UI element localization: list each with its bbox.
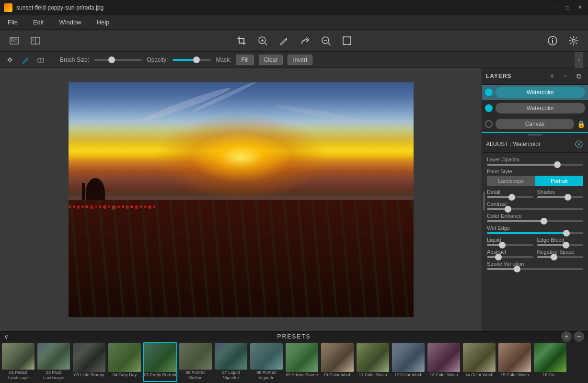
brush-size-slider[interactable] xyxy=(94,59,142,61)
preset-10[interactable]: 10 Color Wash xyxy=(320,342,355,382)
invert-button[interactable]: Invert xyxy=(288,55,312,65)
preset-04[interactable]: 04 Grey Day xyxy=(107,342,142,382)
zoom-in-button[interactable] xyxy=(254,32,271,49)
right-panel: LAYERS + − ⧉ Watercolor Watercolor Canva… xyxy=(482,68,588,331)
edge-bleed-slider[interactable] xyxy=(537,244,584,246)
settings-button[interactable] xyxy=(565,32,582,49)
layer-item-watercolor-1[interactable]: Watercolor xyxy=(482,85,588,101)
preset-02[interactable]: 02 FluidLandscape xyxy=(36,342,71,382)
preset-14[interactable]: 14 Color Wash xyxy=(462,342,496,382)
close-button[interactable]: ✕ xyxy=(576,3,584,12)
liquid-slider[interactable] xyxy=(487,244,533,246)
negative-space-control: Negative Space xyxy=(537,249,584,258)
layer-name-watercolor-2[interactable]: Watercolor xyxy=(496,103,585,113)
stroke-variation-slider[interactable] xyxy=(487,268,583,270)
contrast-slider[interactable] xyxy=(487,208,583,210)
preset-07[interactable]: 07 LiquidVignette xyxy=(214,342,248,382)
preset-08[interactable]: 08 PortraitVignette xyxy=(249,342,284,382)
zoom-out-button[interactable] xyxy=(317,32,334,49)
detail-control: Detail xyxy=(487,189,533,198)
preset-14-label: 14 Color Wash xyxy=(465,372,493,378)
layer-opacity-control: Layer Opacity xyxy=(487,157,583,166)
preset-11[interactable]: 11 Color Wash xyxy=(356,342,390,382)
fill-button[interactable]: Fill xyxy=(236,55,254,65)
brush-button[interactable] xyxy=(275,32,292,49)
contrast-control: Contrast xyxy=(487,201,583,210)
preset-03[interactable]: 03 Little Stormy xyxy=(72,342,106,382)
preset-05-thumb xyxy=(144,343,176,372)
fit-screen-button[interactable] xyxy=(338,32,356,49)
adjust-content: Layer Opacity Paint Style Landscape Port… xyxy=(482,153,588,331)
presets-list: 01 FadedLandscape 02 FluidLandscape 03 L… xyxy=(0,341,588,383)
preset-03-thumb xyxy=(73,343,105,372)
crop-button[interactable] xyxy=(233,32,250,49)
erase-icon[interactable] xyxy=(35,55,46,65)
app-icon xyxy=(4,3,12,12)
preset-11-label: 11 Color Wash xyxy=(358,372,387,378)
maximize-button[interactable]: □ xyxy=(563,3,572,12)
duplicate-layer-button[interactable]: ⧉ xyxy=(574,71,584,81)
add-preset-button[interactable]: + xyxy=(561,331,572,342)
abstract-control: Abstract xyxy=(487,249,533,258)
clear-button[interactable]: Clear xyxy=(259,55,283,65)
preset-14-thumb xyxy=(463,343,496,372)
main-toolbar xyxy=(0,30,588,52)
layer-opacity-slider[interactable] xyxy=(487,164,583,166)
adjust-options-icon[interactable] xyxy=(574,139,584,149)
preset-05[interactable]: 05 Pretty Portrait xyxy=(143,342,177,382)
svg-point-18 xyxy=(572,39,575,42)
compare-button[interactable] xyxy=(27,32,44,49)
layer-item-canvas[interactable]: Canvas 🔒 xyxy=(482,116,588,132)
remove-preset-button[interactable]: − xyxy=(574,331,584,342)
preset-09[interactable]: 09 Artistic Scene xyxy=(285,342,319,382)
add-layer-button[interactable]: + xyxy=(547,71,557,81)
wet-edge-slider[interactable] xyxy=(487,232,583,234)
panel-collapse-arrow[interactable]: › xyxy=(575,52,583,68)
preset-08-label: 08 PortraitVignette xyxy=(256,370,277,381)
color-enhance-slider[interactable] xyxy=(487,220,583,222)
wet-edge-control: Wet Edge xyxy=(487,225,583,234)
paint-icon[interactable] xyxy=(20,55,31,65)
negative-space-slider[interactable] xyxy=(537,256,584,258)
paint-style-control: Paint Style Landscape Portrait xyxy=(487,169,583,186)
redo-button[interactable] xyxy=(296,32,313,49)
info-button[interactable] xyxy=(544,32,561,49)
presets-bar: ∨ PRESETS + − 01 FadedLandscape 02 Fluid… xyxy=(0,331,588,383)
preset-16[interactable]: 16 Co... xyxy=(533,342,567,382)
window-controls: − □ ✕ xyxy=(551,3,584,12)
preset-07-label: 07 LiquidVignette xyxy=(222,370,240,381)
remove-layer-button[interactable]: − xyxy=(560,71,571,81)
preset-02-thumb xyxy=(37,343,70,370)
view-original-button[interactable] xyxy=(6,32,23,49)
minimize-button[interactable]: − xyxy=(551,3,559,12)
preset-13-thumb xyxy=(427,343,460,372)
layer-visibility-canvas[interactable] xyxy=(485,120,493,128)
landscape-button[interactable]: Landscape xyxy=(487,176,535,186)
shades-slider[interactable] xyxy=(537,196,584,198)
svg-line-13 xyxy=(328,43,330,45)
title-bar: sunset-field-poppy-sun-priroda.jpg − □ ✕ xyxy=(0,0,588,15)
preset-12[interactable]: 12 Color Wash xyxy=(391,342,426,382)
presets-collapse-button[interactable]: ∨ xyxy=(4,333,9,340)
preset-06[interactable]: 06 PortraitOutline xyxy=(178,342,213,382)
preset-12-label: 12 Color Wash xyxy=(394,372,422,378)
preset-15[interactable]: 15 Color Wash xyxy=(497,342,532,382)
portrait-button[interactable]: Portrait xyxy=(535,176,584,186)
detail-slider[interactable] xyxy=(487,196,533,198)
menu-file[interactable]: File xyxy=(5,17,21,27)
layer-visibility-watercolor-1[interactable] xyxy=(485,89,493,96)
preset-13[interactable]: 13 Color Wash xyxy=(427,342,461,382)
preset-03-label: 03 Little Stormy xyxy=(74,372,104,378)
menu-window[interactable]: Window xyxy=(56,17,84,27)
opacity-slider[interactable] xyxy=(173,59,211,61)
menu-help[interactable]: Help xyxy=(94,17,113,27)
layer-name-watercolor-1[interactable]: Watercolor xyxy=(496,87,585,98)
abstract-slider[interactable] xyxy=(487,256,533,258)
move-icon[interactable]: ✥ xyxy=(5,55,15,65)
layer-visibility-watercolor-2[interactable] xyxy=(485,104,493,112)
menu-edit[interactable]: Edit xyxy=(30,17,46,27)
preset-01[interactable]: 01 FadedLandscape xyxy=(1,342,35,382)
layer-name-canvas[interactable]: Canvas xyxy=(496,119,574,129)
preset-02-label: 02 FluidLandscape xyxy=(43,370,64,381)
layer-item-watercolor-2[interactable]: Watercolor xyxy=(482,101,588,116)
